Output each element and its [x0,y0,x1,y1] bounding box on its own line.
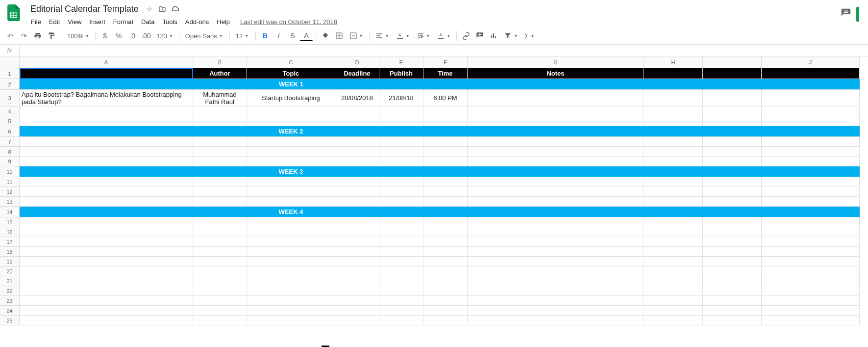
cell-E20[interactable] [379,267,423,276]
font-size-select[interactable]: 12▼ [233,29,252,42]
cell-F14[interactable] [423,207,468,217]
cell-H18[interactable] [644,247,703,257]
cell-J6[interactable] [762,126,860,137]
cell-A17[interactable] [20,237,193,247]
cell-B14[interactable] [193,207,247,217]
cell-F13[interactable] [423,197,468,207]
cell-A19[interactable] [20,257,193,267]
cell-A24[interactable] [20,306,193,316]
cell-A2[interactable] [20,79,193,90]
cell-G16[interactable] [468,227,644,237]
row-header-11[interactable]: 11 [0,177,20,187]
cell-A22[interactable] [20,286,193,296]
cell-I23[interactable] [703,296,762,306]
cell-A9[interactable] [20,157,193,166]
cell-A15[interactable] [20,217,193,227]
cell-F25[interactable] [423,316,468,325]
col-header-I[interactable]: I [703,56,762,68]
menu-help[interactable]: Help [213,16,233,27]
cell-B10[interactable] [193,166,247,177]
cell-B6[interactable] [193,126,247,137]
cell-F12[interactable] [423,187,468,197]
horizontal-align-button[interactable]: ▼ [372,29,392,42]
cell-B18[interactable] [193,247,247,257]
cell-C7[interactable] [247,137,335,147]
row-header-22[interactable]: 22 [0,286,20,296]
cell-B17[interactable] [193,237,247,247]
cell-I20[interactable] [703,267,762,276]
cell-E16[interactable] [379,227,423,237]
cell-E9[interactable] [379,157,423,166]
cell-A7[interactable] [20,137,193,147]
cell-J11[interactable] [762,177,860,187]
cell-D9[interactable] [335,157,379,166]
col-header-C[interactable]: C [247,56,335,68]
cell-A5[interactable] [20,116,193,126]
insert-link-button[interactable] [460,29,472,42]
cell-F10[interactable] [423,166,468,177]
row-header-14[interactable]: 14 [0,207,20,217]
row-header-7[interactable]: 7 [0,137,20,147]
cell-G24[interactable] [468,306,644,316]
cell-E6[interactable] [379,126,423,137]
cell-I1[interactable] [703,68,762,79]
sheets-logo[interactable] [4,3,24,23]
cell-A6[interactable] [20,126,193,137]
cell-D22[interactable] [335,286,379,296]
cell-F17[interactable] [423,237,468,247]
cell-H8[interactable] [644,147,703,157]
row-header-23[interactable]: 23 [0,296,20,306]
cell-H16[interactable] [644,227,703,237]
cell-H25[interactable] [644,316,703,325]
cell-G14[interactable] [468,207,644,217]
cell-I18[interactable] [703,247,762,257]
col-header-J[interactable]: J [762,56,860,68]
cell-A13[interactable] [20,197,193,207]
cell-C12[interactable] [247,187,335,197]
formula-input[interactable] [20,45,868,56]
cell-D23[interactable] [335,296,379,306]
cell-G7[interactable] [468,137,644,147]
cell-G22[interactable] [468,286,644,296]
cell-F21[interactable] [423,276,468,286]
cell-B1[interactable]: Author [193,68,247,79]
row-header-9[interactable]: 9 [0,157,20,166]
menu-format[interactable]: Format [110,16,137,27]
cell-J4[interactable] [762,107,860,116]
cell-H23[interactable] [644,296,703,306]
cell-A16[interactable] [20,227,193,237]
cell-H3[interactable] [644,90,703,107]
cell-G19[interactable] [468,257,644,267]
cell-C25[interactable] [247,316,335,325]
cell-F18[interactable] [423,247,468,257]
cell-B9[interactable] [193,157,247,166]
menu-file[interactable]: File [27,16,45,27]
cell-G2[interactable] [468,79,644,90]
cell-H17[interactable] [644,237,703,247]
menu-data[interactable]: Data [138,16,158,27]
select-all-corner[interactable] [0,56,20,68]
cell-G3[interactable] [468,90,644,107]
cell-J21[interactable] [762,276,860,286]
cell-D20[interactable] [335,267,379,276]
cell-A25[interactable] [20,316,193,325]
percent-button[interactable]: % [112,29,125,42]
cell-J23[interactable] [762,296,860,306]
text-wrap-button[interactable]: ▼ [414,29,433,42]
cell-D19[interactable] [335,257,379,267]
row-header-25[interactable]: 25 [0,316,20,325]
cell-B25[interactable] [193,316,247,325]
cell-A8[interactable] [20,147,193,157]
cell-A21[interactable] [20,276,193,286]
cell-I11[interactable] [703,177,762,187]
cell-J18[interactable] [762,247,860,257]
font-select[interactable]: Open Sans▼ [182,29,226,42]
cell-E17[interactable] [379,237,423,247]
cell-C5[interactable] [247,116,335,126]
cell-E8[interactable] [379,147,423,157]
cell-J8[interactable] [762,147,860,157]
cell-G21[interactable] [468,276,644,286]
row-header-2[interactable]: 2 [0,79,20,90]
cell-J5[interactable] [762,116,860,126]
cell-C19[interactable] [247,257,335,267]
